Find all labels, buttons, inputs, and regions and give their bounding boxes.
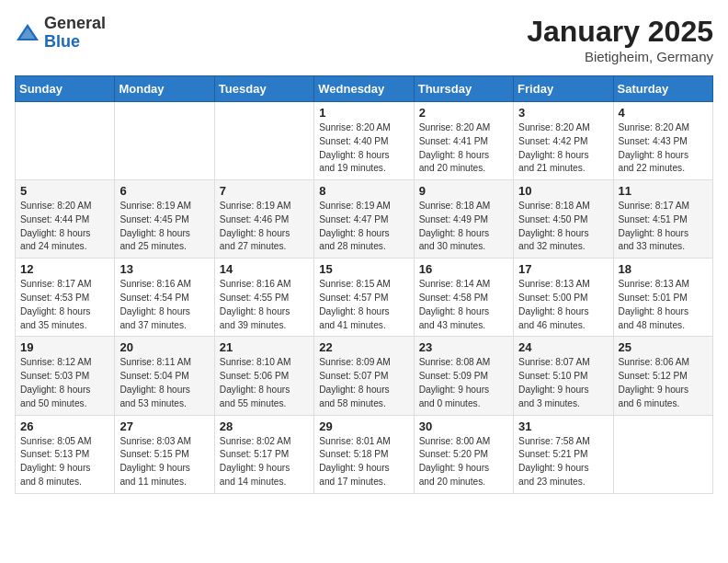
- calendar-table: SundayMondayTuesdayWednesdayThursdayFrid…: [15, 75, 713, 494]
- calendar-week-3: 12Sunrise: 8:17 AM Sunset: 4:53 PM Dayli…: [16, 259, 713, 337]
- calendar-header-saturday: Saturday: [613, 76, 712, 102]
- day-number: 2: [419, 106, 508, 120]
- day-number: 3: [518, 106, 608, 120]
- day-number: 11: [619, 184, 708, 198]
- month-title: January 2025: [527, 15, 713, 49]
- calendar-cell: 16Sunrise: 8:14 AM Sunset: 4:58 PM Dayli…: [414, 259, 513, 337]
- day-info: Sunrise: 8:12 AM Sunset: 5:03 PM Dayligh…: [20, 356, 109, 410]
- calendar-cell: 15Sunrise: 8:15 AM Sunset: 4:57 PM Dayli…: [314, 259, 414, 337]
- day-info: Sunrise: 8:19 AM Sunset: 4:46 PM Dayligh…: [220, 200, 309, 254]
- calendar-week-4: 19Sunrise: 8:12 AM Sunset: 5:03 PM Dayli…: [16, 337, 713, 415]
- day-info: Sunrise: 8:05 AM Sunset: 5:13 PM Dayligh…: [20, 435, 109, 489]
- calendar-cell: 19Sunrise: 8:12 AM Sunset: 5:03 PM Dayli…: [16, 337, 115, 415]
- calendar-cell: 3Sunrise: 8:20 AM Sunset: 4:42 PM Daylig…: [514, 102, 613, 180]
- day-info: Sunrise: 8:20 AM Sunset: 4:40 PM Dayligh…: [319, 121, 408, 176]
- day-number: 18: [619, 262, 708, 276]
- calendar-cell: 20Sunrise: 8:11 AM Sunset: 5:04 PM Dayli…: [115, 337, 214, 415]
- day-number: 31: [518, 419, 608, 433]
- day-info: Sunrise: 8:15 AM Sunset: 4:57 PM Dayligh…: [319, 278, 408, 332]
- calendar-cell: 21Sunrise: 8:10 AM Sunset: 5:06 PM Dayli…: [214, 337, 313, 415]
- day-info: Sunrise: 8:17 AM Sunset: 4:51 PM Dayligh…: [619, 200, 708, 254]
- calendar-header-thursday: Thursday: [414, 76, 513, 102]
- day-info: Sunrise: 8:07 AM Sunset: 5:10 PM Dayligh…: [518, 356, 608, 410]
- day-info: Sunrise: 8:17 AM Sunset: 4:53 PM Dayligh…: [20, 278, 109, 332]
- calendar-cell: [115, 102, 214, 180]
- day-number: 13: [119, 262, 209, 276]
- logo-icon: [15, 20, 40, 46]
- calendar-cell: 13Sunrise: 8:16 AM Sunset: 4:54 PM Dayli…: [115, 259, 214, 337]
- day-info: Sunrise: 8:16 AM Sunset: 4:55 PM Dayligh…: [220, 278, 309, 332]
- calendar-cell: 12Sunrise: 8:17 AM Sunset: 4:53 PM Dayli…: [16, 259, 115, 337]
- day-info: Sunrise: 8:03 AM Sunset: 5:15 PM Dayligh…: [119, 435, 209, 489]
- calendar-cell: 28Sunrise: 8:02 AM Sunset: 5:17 PM Dayli…: [214, 415, 313, 493]
- calendar-cell: 23Sunrise: 8:08 AM Sunset: 5:09 PM Dayli…: [414, 337, 513, 415]
- day-number: 29: [319, 419, 408, 433]
- day-number: 24: [518, 340, 608, 354]
- logo-text: General Blue: [44, 15, 106, 52]
- calendar-cell: 7Sunrise: 8:19 AM Sunset: 4:46 PM Daylig…: [214, 180, 313, 259]
- logo-blue-text: Blue: [44, 33, 106, 52]
- calendar-header-monday: Monday: [115, 76, 214, 102]
- day-number: 20: [119, 340, 209, 354]
- day-number: 4: [619, 106, 708, 120]
- day-info: Sunrise: 8:16 AM Sunset: 4:54 PM Dayligh…: [119, 278, 209, 332]
- day-number: 26: [20, 419, 109, 433]
- day-info: Sunrise: 8:13 AM Sunset: 5:00 PM Dayligh…: [518, 278, 608, 332]
- page-header: General Blue January 2025 Bietigheim, Ge…: [15, 15, 713, 64]
- day-info: Sunrise: 7:58 AM Sunset: 5:21 PM Dayligh…: [518, 435, 608, 489]
- calendar-cell: [613, 415, 712, 493]
- day-number: 25: [619, 340, 708, 354]
- calendar-header-tuesday: Tuesday: [214, 76, 313, 102]
- day-number: 5: [20, 184, 109, 198]
- calendar-header-friday: Friday: [514, 76, 613, 102]
- day-info: Sunrise: 8:19 AM Sunset: 4:45 PM Dayligh…: [119, 200, 209, 254]
- calendar-week-2: 5Sunrise: 8:20 AM Sunset: 4:44 PM Daylig…: [16, 180, 713, 259]
- day-info: Sunrise: 8:18 AM Sunset: 4:49 PM Dayligh…: [419, 200, 508, 254]
- day-info: Sunrise: 8:19 AM Sunset: 4:47 PM Dayligh…: [319, 200, 408, 254]
- calendar-cell: [16, 102, 115, 180]
- location-text: Bietigheim, Germany: [527, 49, 713, 64]
- day-info: Sunrise: 8:20 AM Sunset: 4:42 PM Dayligh…: [518, 121, 608, 176]
- day-info: Sunrise: 8:01 AM Sunset: 5:18 PM Dayligh…: [319, 435, 408, 489]
- logo-general-text: General: [44, 15, 106, 33]
- calendar-cell: 6Sunrise: 8:19 AM Sunset: 4:45 PM Daylig…: [115, 180, 214, 259]
- day-number: 16: [419, 262, 508, 276]
- calendar-cell: 25Sunrise: 8:06 AM Sunset: 5:12 PM Dayli…: [613, 337, 712, 415]
- day-info: Sunrise: 8:10 AM Sunset: 5:06 PM Dayligh…: [220, 356, 309, 410]
- calendar-cell: 9Sunrise: 8:18 AM Sunset: 4:49 PM Daylig…: [414, 180, 513, 259]
- day-number: 23: [419, 340, 508, 354]
- calendar-cell: 4Sunrise: 8:20 AM Sunset: 4:43 PM Daylig…: [613, 102, 712, 180]
- calendar-cell: 8Sunrise: 8:19 AM Sunset: 4:47 PM Daylig…: [314, 180, 414, 259]
- calendar-cell: 2Sunrise: 8:20 AM Sunset: 4:41 PM Daylig…: [414, 102, 513, 180]
- day-info: Sunrise: 8:09 AM Sunset: 5:07 PM Dayligh…: [319, 356, 408, 410]
- calendar-cell: 22Sunrise: 8:09 AM Sunset: 5:07 PM Dayli…: [314, 337, 414, 415]
- calendar-cell: 18Sunrise: 8:13 AM Sunset: 5:01 PM Dayli…: [613, 259, 712, 337]
- day-number: 15: [319, 262, 408, 276]
- day-number: 30: [419, 419, 508, 433]
- day-number: 28: [220, 419, 309, 433]
- calendar-cell: 31Sunrise: 7:58 AM Sunset: 5:21 PM Dayli…: [514, 415, 613, 493]
- day-number: 9: [419, 184, 508, 198]
- day-info: Sunrise: 8:08 AM Sunset: 5:09 PM Dayligh…: [419, 356, 508, 410]
- day-info: Sunrise: 8:20 AM Sunset: 4:43 PM Dayligh…: [619, 121, 708, 176]
- calendar-cell: 26Sunrise: 8:05 AM Sunset: 5:13 PM Dayli…: [16, 415, 115, 493]
- day-info: Sunrise: 8:20 AM Sunset: 4:44 PM Dayligh…: [20, 200, 109, 254]
- calendar-cell: 17Sunrise: 8:13 AM Sunset: 5:00 PM Dayli…: [514, 259, 613, 337]
- calendar-cell: 10Sunrise: 8:18 AM Sunset: 4:50 PM Dayli…: [514, 180, 613, 259]
- calendar-header-sunday: Sunday: [16, 76, 115, 102]
- title-block: January 2025 Bietigheim, Germany: [527, 15, 713, 64]
- day-info: Sunrise: 8:00 AM Sunset: 5:20 PM Dayligh…: [419, 435, 508, 489]
- day-number: 17: [518, 262, 608, 276]
- calendar-cell: 11Sunrise: 8:17 AM Sunset: 4:51 PM Dayli…: [613, 180, 712, 259]
- day-number: 22: [319, 340, 408, 354]
- day-info: Sunrise: 8:06 AM Sunset: 5:12 PM Dayligh…: [619, 356, 708, 410]
- day-number: 6: [119, 184, 209, 198]
- day-info: Sunrise: 8:14 AM Sunset: 4:58 PM Dayligh…: [419, 278, 508, 332]
- day-number: 7: [220, 184, 309, 198]
- calendar-cell: 5Sunrise: 8:20 AM Sunset: 4:44 PM Daylig…: [16, 180, 115, 259]
- calendar-cell: 30Sunrise: 8:00 AM Sunset: 5:20 PM Dayli…: [414, 415, 513, 493]
- calendar-cell: 14Sunrise: 8:16 AM Sunset: 4:55 PM Dayli…: [214, 259, 313, 337]
- calendar-cell: 1Sunrise: 8:20 AM Sunset: 4:40 PM Daylig…: [314, 102, 414, 180]
- calendar-week-5: 26Sunrise: 8:05 AM Sunset: 5:13 PM Dayli…: [16, 415, 713, 493]
- calendar-header-wednesday: Wednesday: [314, 76, 414, 102]
